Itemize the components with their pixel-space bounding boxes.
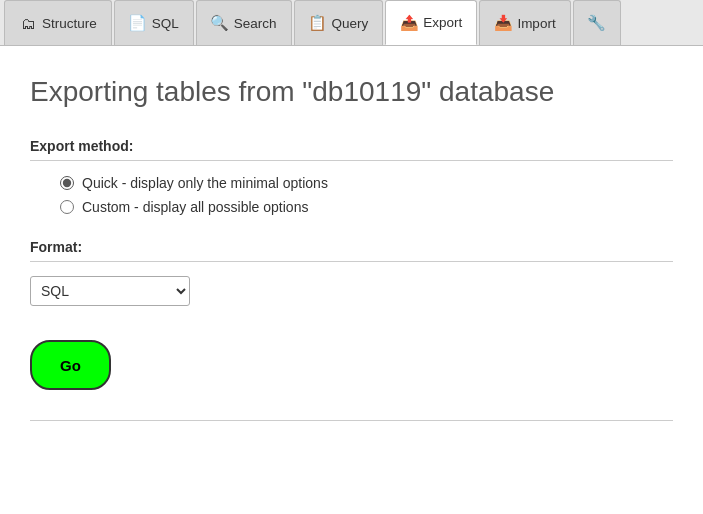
tab-sql[interactable]: 📄SQL — [114, 0, 194, 45]
query-icon: 📋 — [309, 14, 327, 32]
radio-quick-label: Quick - display only the minimal options — [82, 175, 328, 191]
format-select[interactable]: SQLCSVJSONXMLExcel — [30, 276, 190, 306]
radio-custom[interactable] — [60, 200, 74, 214]
tab-sql-label: SQL — [152, 16, 179, 31]
tab-export[interactable]: 📤Export — [385, 0, 477, 45]
settings-icon: 🔧 — [588, 14, 606, 32]
tab-query[interactable]: 📋Query — [294, 0, 384, 45]
radio-option-custom[interactable]: Custom - display all possible options — [60, 199, 673, 215]
tab-structure[interactable]: 🗂Structure — [4, 0, 112, 45]
bottom-divider — [30, 420, 673, 421]
tab-settings[interactable]: 🔧 — [573, 0, 621, 45]
tab-export-label: Export — [423, 15, 462, 30]
structure-icon: 🗂 — [19, 14, 37, 32]
main-content: Exporting tables from "db10119" database… — [0, 46, 703, 441]
format-section: Format: SQLCSVJSONXMLExcel — [30, 239, 673, 306]
radio-option-quick[interactable]: Quick - display only the minimal options — [60, 175, 673, 191]
export-method-label: Export method: — [30, 138, 673, 161]
import-icon: 📥 — [494, 14, 512, 32]
tab-bar: 🗂Structure📄SQL🔍Search📋Query📤Export📥Impor… — [0, 0, 703, 46]
sql-icon: 📄 — [129, 14, 147, 32]
radio-custom-label: Custom - display all possible options — [82, 199, 308, 215]
go-button[interactable]: Go — [30, 340, 111, 390]
page-title: Exporting tables from "db10119" database — [30, 76, 673, 108]
export-icon: 📤 — [400, 14, 418, 32]
radio-quick[interactable] — [60, 176, 74, 190]
export-method-section: Export method: Quick - display only the … — [30, 138, 673, 215]
search-icon: 🔍 — [211, 14, 229, 32]
tab-query-label: Query — [332, 16, 369, 31]
tab-structure-label: Structure — [42, 16, 97, 31]
format-label: Format: — [30, 239, 673, 262]
export-method-radio-group: Quick - display only the minimal options… — [30, 175, 673, 215]
tab-import[interactable]: 📥Import — [479, 0, 570, 45]
tab-search[interactable]: 🔍Search — [196, 0, 292, 45]
tab-import-label: Import — [517, 16, 555, 31]
tab-search-label: Search — [234, 16, 277, 31]
